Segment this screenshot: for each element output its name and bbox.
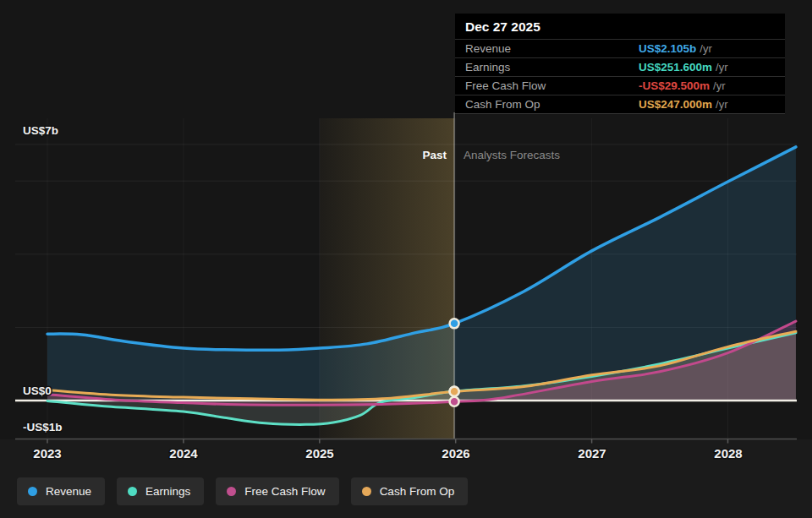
legend-label: Cash From Op — [380, 485, 455, 498]
x-label-2027: 2027 — [578, 446, 606, 461]
tooltip-label: Free Cash Flow — [465, 79, 639, 92]
revenue-dot-icon — [28, 487, 37, 496]
tooltip-row-earnings: Earnings US$251.600m /yr — [455, 58, 785, 77]
tooltip-value: US$2.105b — [639, 42, 696, 55]
cash-from-op-dot-icon — [362, 487, 371, 496]
free-cash-flow-dot-icon — [227, 487, 236, 496]
analysts-forecasts-label: Analysts Forecasts — [464, 149, 560, 161]
tooltip-value: US$251.600m — [639, 61, 712, 74]
x-label-2023: 2023 — [33, 446, 61, 461]
tooltip: Dec 27 2025 Revenue US$2.105b /yr Earnin… — [455, 14, 785, 114]
tooltip-value: -US$29.500m — [639, 79, 710, 92]
y-label-neg1b: -US$1b — [23, 421, 63, 433]
x-label-2026: 2026 — [442, 446, 469, 461]
y-label-7b: US$7b — [23, 124, 58, 137]
tooltip-suffix: /yr — [716, 61, 727, 74]
tooltip-row-free-cash-flow: Free Cash Flow -US$29.500m /yr — [455, 77, 785, 95]
chart-legend: Revenue Earnings Free Cash Flow Cash Fro… — [17, 477, 468, 505]
legend-item-cash-from-op[interactable]: Cash From Op — [351, 477, 469, 505]
tooltip-row-cash-from-op: Cash From Op US$247.000m /yr — [455, 95, 785, 113]
tooltip-suffix: /yr — [713, 79, 725, 92]
y-label-0: US$0 — [23, 384, 52, 397]
legend-item-revenue[interactable]: Revenue — [17, 477, 105, 505]
x-label-2028: 2028 — [714, 446, 742, 461]
legend-label: Earnings — [145, 485, 190, 498]
legend-label: Free Cash Flow — [244, 485, 325, 498]
tooltip-label: Cash From Op — [465, 98, 639, 111]
x-label-2025: 2025 — [305, 446, 333, 461]
earnings-dot-icon — [128, 487, 137, 496]
tooltip-suffix: /yr — [700, 42, 711, 55]
tooltip-value: US$247.000m — [639, 98, 712, 111]
tooltip-label: Earnings — [465, 61, 639, 74]
earnings-revenue-growth-chart: US$7b US$0 -US$1b Past Analysts Forecast… — [0, 0, 812, 518]
legend-label: Revenue — [46, 485, 91, 498]
legend-item-earnings[interactable]: Earnings — [117, 477, 204, 505]
tooltip-row-revenue: Revenue US$2.105b /yr — [455, 40, 785, 58]
past-label: Past — [422, 149, 447, 161]
tooltip-label: Revenue — [465, 42, 639, 55]
tooltip-date: Dec 27 2025 — [455, 14, 785, 40]
legend-item-free-cash-flow[interactable]: Free Cash Flow — [216, 477, 338, 505]
tooltip-suffix: /yr — [716, 98, 727, 111]
x-label-2024: 2024 — [169, 446, 198, 461]
